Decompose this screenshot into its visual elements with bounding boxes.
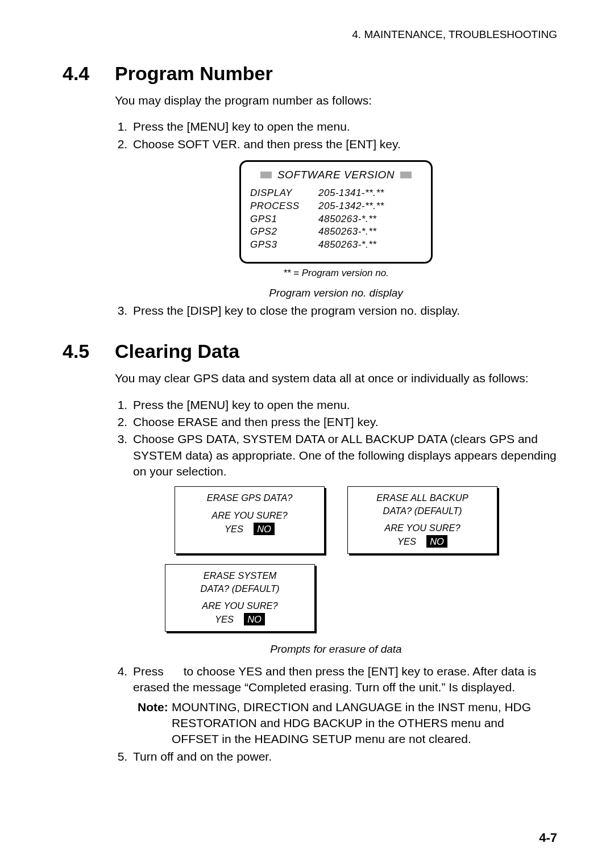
decoration-bar-icon — [260, 172, 272, 178]
list-item: Choose ERASE and then press the [ENT] ke… — [131, 414, 557, 430]
list-item: Press the [DISP] key to close the progra… — [131, 303, 557, 319]
running-header: 4. MAINTENANCE, TROUBLESHOOTING — [63, 28, 557, 41]
note-text-line2: RESTORATION and HDG BACKUP in the OTHERS… — [172, 715, 557, 731]
no-option-selected: NO — [254, 523, 275, 535]
list-item: Press the [MENU] key to open the menu. — [131, 397, 557, 413]
software-version-caption: Program version no. display — [269, 286, 403, 301]
list-item: Choose SOFT VER. and then press the [ENT… — [131, 136, 557, 152]
table-row: GPS2 4850263-*.** — [250, 226, 422, 239]
prompt-question-line1: ERASE ALL BACKUP — [351, 491, 493, 504]
step-text: Press the [MENU] key to open the menu. — [133, 120, 350, 133]
table-row: GPS1 4850263-*.** — [250, 213, 422, 226]
prompt-question: ERASE GPS DATA? — [179, 491, 321, 504]
sv-label: GPS1 — [250, 213, 318, 226]
software-version-footnote: ** = Program version no. — [283, 267, 389, 280]
page-number: 4-7 — [539, 831, 557, 845]
yes-option: YES — [225, 523, 243, 535]
prompt-confirm: ARE YOU SURE? — [179, 509, 321, 521]
prompt-confirm: ARE YOU SURE? — [169, 599, 311, 612]
step-text: Choose GPS DATA, SYSTEM DATA or ALL BACK… — [133, 432, 557, 478]
section-4-4: 4.4 Program Number You may display the p… — [63, 62, 557, 319]
list-item: Choose GPS DATA, SYSTEM DATA or ALL BACK… — [131, 431, 557, 479]
yes-option: YES — [397, 535, 416, 548]
software-version-panel: SOFTWARE VERSION DISPLAY 205-1341-**.** … — [239, 160, 433, 264]
section-4-4-lead: You may display the program number as fo… — [115, 93, 557, 108]
no-option-selected: NO — [426, 535, 447, 548]
list-item: Press to choose YES and then press the [… — [131, 663, 557, 748]
step-text: Press the [MENU] key to open the menu. — [133, 398, 350, 411]
table-row: GPS3 4850263-*.** — [250, 239, 422, 252]
sv-value: 205-1342-**.** — [318, 200, 384, 213]
section-4-5-title: Clearing Data — [115, 340, 239, 362]
note-text-line3: OFFSET in the HEADING SETUP menu are not… — [172, 731, 557, 747]
section-4-4-number: 4.4 — [63, 62, 115, 85]
sv-value: 4850263-*.** — [318, 239, 376, 252]
prompt-question-line2: DATA? (DEFAULT) — [351, 504, 493, 517]
sv-value: 4850263-*.** — [318, 213, 376, 226]
prompt-confirm: ARE YOU SURE? — [351, 521, 493, 534]
step-text: Choose SOFT VER. and then press the [ENT… — [133, 137, 401, 151]
sv-value: 205-1341-**.** — [318, 187, 384, 200]
prompt-question-line2: DATA? (DEFAULT) — [169, 582, 311, 595]
section-4-5: 4.5 Clearing Data You may clear GPS data… — [63, 340, 557, 765]
decoration-bar-icon — [400, 172, 412, 178]
list-item: Turn off and on the power. — [131, 749, 557, 765]
no-option-selected: NO — [244, 613, 265, 625]
step-text: Choose ERASE and then press the [ENT] ke… — [133, 415, 379, 428]
list-item: Press the [MENU] key to open the menu. — [131, 119, 557, 135]
table-row: DISPLAY 205-1341-**.** — [250, 187, 422, 200]
step-text: Press the [DISP] key to close the progra… — [133, 304, 460, 317]
sv-label: PROCESS — [250, 200, 318, 213]
sv-label: DISPLAY — [250, 187, 318, 200]
step-text: Press to choose YES and then press the [… — [133, 663, 557, 696]
software-version-title: SOFTWARE VERSION — [277, 168, 395, 182]
note-label: Note: — [138, 699, 172, 715]
sv-label: GPS3 — [250, 239, 318, 252]
yes-option: YES — [215, 613, 234, 625]
sv-label: GPS2 — [250, 226, 318, 239]
erase-backup-prompt: ERASE ALL BACKUP DATA? (DEFAULT) ARE YOU… — [347, 486, 497, 554]
table-row: PROCESS 205-1342-**.** — [250, 200, 422, 213]
prompt-question-line1: ERASE SYSTEM — [169, 569, 311, 582]
section-4-4-title: Program Number — [115, 62, 273, 85]
sv-value: 4850263-*.** — [318, 226, 376, 239]
section-4-5-lead: You may clear GPS data and system data a… — [115, 370, 557, 386]
note-text-line1: MOUNTING, DIRECTION and LANGUAGE in the … — [172, 699, 557, 715]
section-4-5-number: 4.5 — [63, 340, 115, 362]
erase-system-prompt: ERASE SYSTEM DATA? (DEFAULT) ARE YOU SUR… — [165, 564, 315, 632]
erase-gps-prompt: ERASE GPS DATA? ARE YOU SURE? YES NO — [175, 486, 325, 554]
step-text: Turn off and on the power. — [133, 750, 272, 763]
prompts-caption: Prompts for erasure of data — [115, 642, 557, 657]
